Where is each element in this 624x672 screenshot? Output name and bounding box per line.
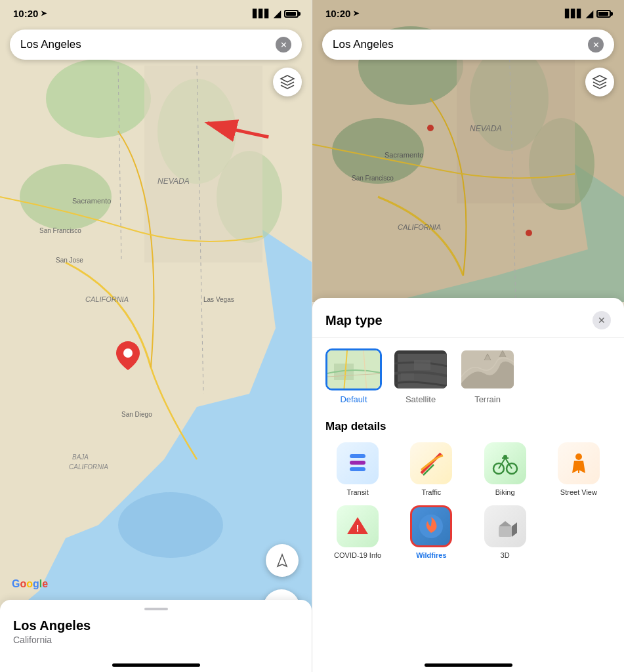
svg-text:Las Vegas: Las Vegas: [203, 296, 234, 303]
details-title: Map details: [325, 420, 611, 433]
home-indicator-left: [112, 663, 200, 667]
bottom-handle: [144, 608, 168, 610]
left-phone: Sacramento San Francisco San Jose CALIFO…: [0, 0, 312, 672]
svg-point-46: [503, 455, 507, 459]
google-logo: Google: [12, 578, 48, 590]
search-bar-left[interactable]: Los Angeles ✕: [10, 30, 302, 60]
detail-item-3d[interactable]: 3D: [473, 505, 537, 559]
svg-rect-38: [414, 360, 430, 370]
panel-close-button[interactable]: ✕: [593, 311, 611, 329]
streetview-label: Street View: [560, 488, 597, 496]
svg-rect-42: [350, 461, 365, 465]
svg-text:San Francisco: San Francisco: [39, 227, 81, 234]
svg-text:!: !: [356, 523, 360, 534]
status-bar-right: 10:20 ➤ ▋▋▋ ◢: [312, 8, 624, 19]
svg-marker-54: [512, 522, 517, 537]
map-type-section: Default S: [312, 338, 624, 415]
wildfires-label: Wildfires: [416, 551, 446, 559]
location-subtitle: California: [13, 635, 299, 645]
time-right: 10:20: [325, 8, 350, 19]
status-bar-left: 10:20 ➤ ▋▋▋ ◢: [0, 8, 312, 19]
svg-text:CALIFORNIA: CALIFORNIA: [398, 223, 441, 231]
wifi-icon-left: ◢: [274, 9, 281, 19]
search-clear-left[interactable]: ✕: [276, 37, 291, 52]
search-text-right: Los Angeles: [333, 38, 588, 51]
nav-button[interactable]: [266, 544, 299, 577]
detail-item-covid[interactable]: ! COVID-19 Info: [325, 505, 390, 559]
detail-item-streetview[interactable]: Street View: [547, 442, 611, 496]
time-left: 10:20: [13, 8, 38, 19]
wildfires-icon: [410, 505, 452, 547]
svg-text:CALIFORNIA: CALIFORNIA: [69, 463, 108, 471]
svg-text:NEVADA: NEVADA: [157, 177, 190, 186]
search-clear-right[interactable]: ✕: [588, 37, 604, 52]
layers-button-right[interactable]: [585, 68, 614, 96]
svg-point-33: [526, 230, 532, 236]
map-type-thumb-default: [325, 348, 382, 390]
home-indicator-right: [425, 663, 512, 667]
map-type-default[interactable]: Default: [325, 348, 382, 404]
svg-text:San Francisco: San Francisco: [352, 175, 394, 182]
biking-label: Biking: [495, 488, 515, 496]
svg-rect-39: [401, 373, 414, 380]
battery-right: [596, 10, 611, 18]
nav-arrow-left: ➤: [41, 9, 47, 18]
svg-marker-53: [499, 521, 512, 526]
svg-rect-41: [350, 454, 365, 458]
bottom-panel-left: Los Angeles California: [0, 600, 312, 672]
svg-text:San Diego: San Diego: [121, 411, 152, 418]
svg-text:NEVADA: NEVADA: [470, 124, 502, 133]
streetview-icon: [558, 442, 600, 484]
svg-text:Sacramento: Sacramento: [385, 151, 423, 159]
map-type-thumb-satellite: [392, 348, 449, 390]
search-text-left: Los Angeles: [20, 38, 276, 51]
3d-label: 3D: [501, 551, 510, 559]
layers-button-left[interactable]: [273, 68, 302, 96]
battery-left: [284, 10, 299, 18]
svg-point-32: [427, 125, 434, 131]
detail-item-wildfires[interactable]: Wildfires: [399, 505, 463, 559]
details-grid: Transit Traffic: [325, 442, 611, 559]
map-background-left: Sacramento San Francisco San Jose CALIFO…: [0, 0, 312, 672]
search-bar-right[interactable]: Los Angeles ✕: [322, 30, 614, 60]
location-pin: [116, 341, 140, 375]
svg-point-18: [123, 348, 133, 358]
map-type-panel: Map type ✕: [312, 298, 624, 672]
svg-point-16: [118, 492, 223, 558]
svg-text:CALIFORNIA: CALIFORNIA: [85, 295, 129, 303]
map-type-label-terrain: Terrain: [474, 394, 501, 404]
covid-label: COVID-19 Info: [334, 551, 381, 559]
svg-rect-27: [457, 39, 575, 203]
panel-title: Map type: [325, 313, 383, 328]
map-details-section: Map details Transit: [312, 415, 624, 570]
traffic-label: Traffic: [421, 488, 441, 496]
3d-icon: [484, 505, 526, 547]
map-type-thumb-terrain: [459, 348, 516, 390]
detail-item-transit[interactable]: Transit: [325, 442, 390, 496]
svg-rect-52: [499, 526, 512, 537]
map-type-label-satellite: Satellite: [406, 394, 436, 404]
map-type-satellite[interactable]: Satellite: [392, 348, 449, 404]
svg-point-2: [46, 59, 151, 138]
detail-item-biking[interactable]: Biking: [473, 442, 537, 496]
signal-icon-right: ▋▋▋: [565, 9, 583, 18]
svg-rect-43: [350, 467, 365, 471]
map-type-terrain[interactable]: Terrain: [459, 348, 516, 404]
transit-label: Transit: [347, 488, 369, 496]
detail-item-traffic[interactable]: Traffic: [399, 442, 463, 496]
wifi-icon-right: ◢: [586, 9, 593, 19]
panel-header: Map type ✕: [312, 298, 624, 338]
map-type-label-default: Default: [340, 394, 367, 404]
biking-icon: [484, 442, 526, 484]
transit-icon: [337, 442, 379, 484]
nav-arrow-right: ➤: [353, 9, 359, 18]
covid-icon: !: [337, 505, 379, 547]
svg-point-47: [575, 453, 582, 460]
svg-text:BAJA: BAJA: [72, 453, 89, 461]
signal-icon-left: ▋▋▋: [253, 9, 270, 18]
map-type-row: Default S: [325, 348, 611, 404]
right-phone: Sacramento San Francisco CALIFORNIA NEVA…: [312, 0, 624, 672]
svg-text:San Jose: San Jose: [56, 257, 83, 264]
traffic-icon: [410, 442, 452, 484]
svg-text:Sacramento: Sacramento: [72, 197, 111, 205]
